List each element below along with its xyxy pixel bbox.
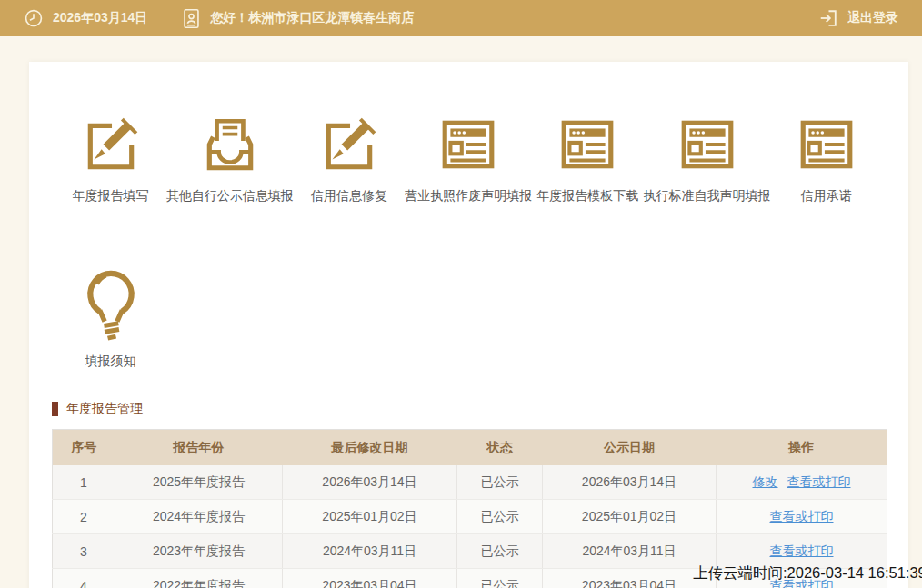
browser-window-icon (797, 113, 857, 174)
shortcut-item[interactable]: 年度报告填写 (51, 113, 170, 204)
upload-time-watermark: 上传云端时间:2026-03-14 16:51:39 (693, 563, 922, 583)
logout-label: 退出登录 (847, 10, 898, 26)
cell-report-year: 2023年年度报告 (115, 534, 283, 569)
cell-publish-date: 2024年03月11日 (543, 534, 717, 569)
cell-status: 已公示 (457, 500, 543, 534)
column-header-5: 操作 (717, 430, 887, 466)
shortcut-label: 信用承诺 (801, 188, 852, 204)
cell-actions: 查看或打印 (717, 500, 887, 534)
view-or-print-link[interactable]: 查看或打印 (770, 509, 834, 523)
cell-status: 已公示 (457, 569, 543, 588)
shortcut-item[interactable]: 信用信息修复 (289, 113, 408, 204)
main-card: 年度报告填写 其他自行公示信息填报 信用信息修复 营业执照作废声 (29, 62, 908, 588)
shortcut-grid: 年度报告填写 其他自行公示信息填报 信用信息修复 营业执照作废声 (29, 62, 908, 204)
topbar-greeting: 您好！株洲市渌口区龙潭镇春生商店 (210, 10, 414, 26)
shortcut-item[interactable]: 执行标准自我声明填报 (647, 113, 767, 204)
browser-window-icon (438, 113, 498, 174)
cell-publish-date: 2023年03月04日 (543, 569, 717, 588)
lightbulb-icon (71, 263, 151, 343)
column-header-1: 报告年份 (115, 430, 283, 466)
browser-window-icon (677, 113, 737, 174)
modify-link[interactable]: 修改 (753, 474, 778, 489)
view-or-print-link[interactable]: 查看或打印 (770, 543, 834, 558)
notice-label: 填报须知 (85, 354, 136, 370)
cell-last-modified: 2024年03月11日 (283, 534, 457, 569)
cell-status: 已公示 (457, 534, 543, 569)
shortcut-label: 年度报告填写 (73, 188, 149, 204)
shortcut-label: 信用信息修复 (311, 188, 387, 204)
logout-button[interactable]: 退出登录 (818, 8, 898, 28)
cell-last-modified: 2025年01月02日 (283, 500, 457, 534)
section-header: 年度报告管理 (52, 401, 908, 417)
edit-square-icon (319, 113, 379, 174)
shortcut-label: 其他自行公示信息填报 (166, 188, 294, 204)
cell-publish-date: 2026年03月14日 (543, 465, 717, 500)
cell-no: 4 (53, 569, 115, 588)
user-badge-icon (182, 8, 201, 29)
cell-no: 1 (53, 465, 115, 500)
clock-icon (24, 8, 44, 28)
table-row: 2 2024年年度报告 2025年01月02日 已公示 2025年01月02日 … (53, 500, 887, 534)
section-title: 年度报告管理 (66, 401, 143, 417)
cell-last-modified: 2026年03月14日 (283, 465, 457, 500)
cell-status: 已公示 (457, 465, 543, 500)
shortcut-label: 执行标准自我声明填报 (644, 188, 771, 204)
table-header-row: 序号报告年份最后修改日期状态公示日期操作 (53, 430, 887, 466)
cell-report-year: 2025年年度报告 (115, 465, 283, 500)
shortcut-item[interactable]: 营业执照作废声明填报 (409, 113, 528, 204)
topbar-date: 2026年03月14日 (53, 10, 147, 26)
notice-shortcut[interactable]: 填报须知 (29, 263, 170, 370)
shortcut-item[interactable]: 其他自行公示信息填报 (170, 113, 289, 204)
table-row: 1 2025年年度报告 2026年03月14日 已公示 2026年03月14日 … (53, 465, 887, 500)
logout-icon (818, 8, 838, 28)
shortcut-item[interactable]: 信用承诺 (767, 113, 886, 204)
column-header-4: 公示日期 (543, 430, 717, 466)
topbar: 2026年03月14日 您好！株洲市渌口区龙潭镇春生商店 退出登录 (0, 0, 922, 36)
cell-report-year: 2022年年度报告 (115, 569, 283, 588)
cell-last-modified: 2023年03月04日 (283, 569, 457, 588)
column-header-0: 序号 (53, 430, 115, 466)
column-header-2: 最后修改日期 (283, 430, 457, 466)
cell-publish-date: 2025年01月02日 (543, 500, 717, 534)
column-header-3: 状态 (457, 430, 543, 466)
cell-actions: 修改查看或打印 (717, 465, 887, 500)
section-bar (52, 402, 58, 416)
inbox-document-icon (200, 113, 260, 174)
browser-window-icon (557, 113, 617, 174)
cell-report-year: 2024年年度报告 (115, 500, 283, 534)
shortcut-label: 营业执照作废声明填报 (405, 188, 532, 204)
shortcut-item[interactable]: 年度报告模板下载 (528, 113, 647, 204)
edit-square-icon (81, 113, 141, 174)
view-or-print-link[interactable]: 查看或打印 (787, 474, 851, 489)
cell-no: 3 (53, 534, 115, 569)
shortcut-label: 年度报告模板下载 (536, 188, 638, 204)
cell-no: 2 (53, 500, 115, 534)
